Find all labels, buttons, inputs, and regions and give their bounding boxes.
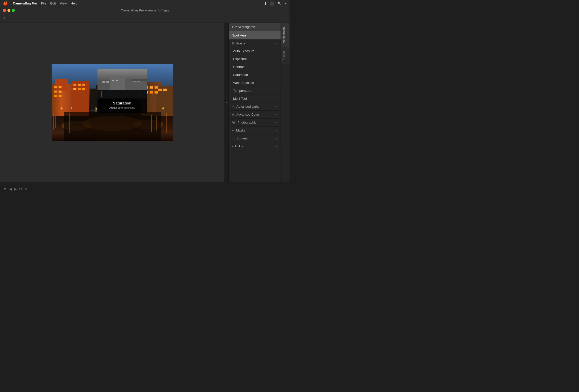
basics-label: Basics (236, 41, 274, 45)
crop-straighten-button[interactable]: Crop/Straighten (229, 23, 281, 31)
photographic-header[interactable]: 📷 Photographic ▶ (229, 119, 281, 126)
svg-rect-19 (82, 88, 85, 90)
tab-presets[interactable]: Presets (281, 47, 290, 64)
menu-item-white-balance[interactable]: White Balance (229, 79, 281, 87)
filmstrip-controls: ▼ ◀ ▶ ↺ ✕ (3, 187, 27, 191)
svg-rect-42 (69, 113, 70, 133)
svg-rect-28 (158, 88, 162, 91)
menu-icon[interactable]: ≡ (285, 1, 287, 5)
tooltip-body: Saturation Adjust color intensity. (97, 98, 147, 113)
svg-rect-6 (55, 79, 68, 91)
menu-item-contrast[interactable]: Contrast (229, 63, 281, 71)
menu-item-multi-tool[interactable]: Multi Tool (229, 95, 281, 103)
masks-header[interactable]: ✦ Masks ▶ (229, 127, 281, 134)
borders-arrow-icon: ▶ (276, 137, 278, 140)
basics-section-header[interactable]: ⊞ Basics ▼ (229, 40, 281, 47)
masks-section: ✦ Masks ▶ (229, 127, 281, 135)
advanced-color-label: Advanced Color (236, 113, 274, 116)
advanced-light-label: Advanced Light (236, 105, 274, 108)
borders-section: ▭ Borders ▶ (229, 135, 281, 142)
close-button[interactable] (3, 9, 6, 12)
filmstrip-next-btn[interactable]: ▶ (14, 187, 17, 191)
svg-rect-23 (149, 86, 153, 88)
svg-rect-16 (82, 84, 85, 85)
titlebar: CameraBag Pro – image_144.jpg (0, 7, 290, 14)
svg-rect-56 (102, 81, 105, 83)
utility-label: Utility (235, 144, 274, 148)
svg-point-50 (162, 107, 164, 109)
photographic-label: Photographic (237, 121, 274, 124)
filmstrip-prev-btn[interactable]: ◀ (9, 187, 12, 191)
tooltip-description: Adjust color intensity. (101, 106, 144, 109)
advanced-color-arrow-icon: ▶ (276, 113, 278, 116)
menu-item-auto-exposure[interactable]: Auto Exposure (229, 47, 281, 55)
tooltip-bw-scene (97, 69, 147, 98)
minimize-button[interactable] (7, 9, 10, 12)
panel-scroll[interactable]: ⊞ Basics ▼ Auto Exposure Exposure Contra… (229, 40, 281, 182)
advanced-light-arrow-icon: ▶ (276, 105, 278, 108)
masks-icon: ✦ (232, 129, 234, 132)
svg-rect-61 (138, 81, 140, 82)
masks-arrow-icon: ▶ (276, 129, 278, 132)
filmstrip-reset-btn[interactable]: ↺ (19, 187, 22, 191)
advanced-light-header[interactable]: ☀ Advanced Light ▶ (229, 103, 281, 110)
edit-menu[interactable]: Edit (50, 1, 56, 5)
svg-rect-14 (73, 84, 76, 85)
menu-item-temperature[interactable]: Temperature (229, 87, 281, 95)
svg-rect-59 (116, 80, 118, 81)
file-menu[interactable]: File (41, 1, 46, 5)
right-sidebar-wrapper: ▶ Crop/Straighten Spot Heal ⊞ Basics ▼ A… (224, 23, 290, 182)
borders-header[interactable]: ▭ Borders ▶ (229, 135, 281, 142)
tooltip-preview-image (97, 69, 147, 98)
search-icon[interactable]: 🔍 (277, 1, 282, 5)
share-icon[interactable]: ⬆ (264, 1, 267, 5)
svg-rect-29 (163, 88, 167, 91)
basics-chevron-icon: ▼ (275, 42, 278, 45)
tab-adjustments[interactable]: Adjustments (281, 23, 290, 47)
canvas-area: Saturation Adjust color intensity. (0, 23, 224, 182)
svg-rect-39 (64, 112, 161, 141)
image-container: Saturation Adjust color intensity. (0, 23, 224, 182)
help-menu[interactable]: Help (71, 1, 77, 5)
apple-menu[interactable]: 🍎 (3, 1, 8, 6)
add-button[interactable]: + (3, 16, 6, 21)
right-panel: Crop/Straighten Spot Heal ⊞ Basics ▼ Aut… (228, 23, 281, 182)
basics-icon: ⊞ (232, 42, 234, 45)
svg-rect-58 (112, 80, 114, 81)
main-layout: Saturation Adjust color intensity. ▶ Cro… (0, 23, 290, 182)
svg-rect-60 (134, 81, 136, 82)
utility-header[interactable]: ◂ Utility ▶ (229, 142, 281, 150)
menu-item-exposure[interactable]: Exposure (229, 55, 281, 63)
view-menu[interactable]: View (60, 1, 67, 5)
svg-rect-13 (59, 95, 62, 97)
panel-top-buttons: Crop/Straighten Spot Heal (229, 23, 281, 40)
svg-rect-24 (154, 86, 158, 88)
tooltip-title: Saturation (101, 101, 144, 105)
traffic-lights (3, 9, 15, 12)
filmstrip-close-btn[interactable]: ✕ (24, 187, 27, 191)
svg-rect-27 (154, 91, 158, 93)
menubar-right: ⬆ ⬛ 🔍 ≡ (264, 1, 287, 5)
advanced-light-icon: ☀ (232, 105, 234, 108)
app-name[interactable]: CameraBag Pro (13, 1, 37, 5)
sidebar-collapse-btn[interactable]: ▶ (224, 23, 228, 182)
menu-item-saturation[interactable]: Saturation (229, 71, 281, 79)
utility-icon: ◂ (232, 145, 233, 148)
photographic-arrow-icon: ▶ (276, 121, 278, 124)
svg-rect-43 (151, 115, 152, 132)
advanced-light-section: ☀ Advanced Light ▶ (229, 103, 281, 111)
filmstrip-area: ▼ ◀ ▶ ↺ ✕ (0, 182, 290, 196)
svg-rect-10 (54, 90, 57, 92)
svg-point-48 (95, 108, 97, 110)
fullscreen-button[interactable] (12, 9, 15, 12)
advanced-color-header[interactable]: ◉ Advanced Color ▶ (229, 111, 281, 118)
svg-rect-7 (72, 81, 89, 116)
spot-heal-button[interactable]: Spot Heal (229, 31, 281, 40)
saturation-tooltip: Saturation Adjust color intensity. (97, 69, 147, 113)
airplay-icon[interactable]: ⬛ (270, 1, 274, 5)
svg-rect-26 (149, 91, 153, 93)
borders-icon: ▭ (232, 137, 234, 140)
filmstrip-dropdown-btn[interactable]: ▼ (3, 187, 7, 191)
svg-rect-11 (59, 90, 62, 92)
svg-rect-45 (166, 113, 167, 133)
